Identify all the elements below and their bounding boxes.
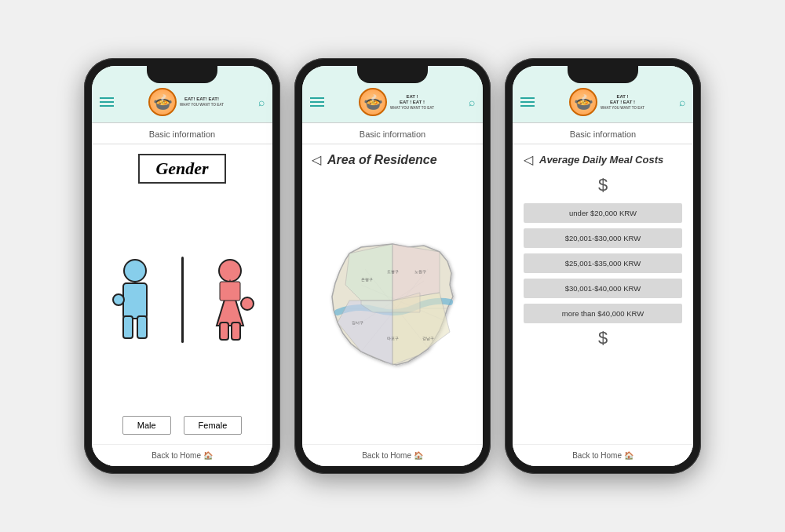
notch-area xyxy=(357,66,428,83)
back-to-home-costs[interactable]: Back to Home 🏠 xyxy=(513,444,693,466)
logo-bowl-icon: 🍲 xyxy=(153,93,173,111)
svg-rect-3 xyxy=(123,316,133,338)
phone-costs: 🍲 EAT !EAT ! EAT ! WHAT YOU WANT TO EAT … xyxy=(505,58,701,474)
header-logo-costs: 🍲 EAT !EAT ! EAT ! WHAT YOU WANT TO EAT xyxy=(569,88,644,116)
menu-icon-area[interactable] xyxy=(310,97,324,107)
cost-option-4[interactable]: $30,001-$40,000 KRW xyxy=(524,279,682,298)
logo-bowl-icon-area: 🍲 xyxy=(363,93,383,111)
page-title-gender: Basic information xyxy=(92,123,272,144)
cost-option-2[interactable]: $20,001-$30,000 KRW xyxy=(524,228,682,248)
cost-option-1[interactable]: under $20,000 KRW xyxy=(524,203,682,223)
svg-rect-9 xyxy=(220,322,228,340)
menu-icon-gender[interactable] xyxy=(100,97,114,107)
logo-text: EAT! EAT! EAT! WHAT YOU WANT TO EAT xyxy=(180,97,224,107)
female-figure xyxy=(203,257,257,343)
svg-text:노원구: 노원구 xyxy=(414,269,426,274)
logo-bowl-icon-costs: 🍲 xyxy=(574,93,593,111)
back-to-home-area[interactable]: Back to Home 🏠 xyxy=(302,444,483,466)
phone-area: 🍲 EAT !EAT ! EAT ! WHAT YOU WANT TO EAT … xyxy=(294,58,491,474)
svg-point-5 xyxy=(219,260,241,282)
svg-text:강서구: 강서구 xyxy=(352,320,363,325)
svg-point-0 xyxy=(124,260,146,282)
svg-text:마포구: 마포구 xyxy=(387,336,399,341)
back-arrow-area[interactable]: ◁ xyxy=(312,152,321,167)
seoul-map[interactable]: 은평구 도봉구 노원구 강서구 마포구 강남구 xyxy=(318,238,467,379)
logo-circle-area: 🍲 xyxy=(359,88,387,116)
costs-section-header: ◁ Average Daily Meal Costs xyxy=(524,144,682,170)
svg-text:은평구: 은평구 xyxy=(361,277,373,282)
svg-point-2 xyxy=(113,294,124,305)
male-figure-svg xyxy=(108,257,162,343)
gender-title: Gender xyxy=(138,154,225,184)
svg-rect-7 xyxy=(220,282,240,301)
svg-marker-18 xyxy=(345,244,392,301)
phone-gender: 🍲 EAT! EAT! EAT! WHAT YOU WANT TO EAT ⌕ … xyxy=(84,58,280,474)
header-logo-gender: 🍲 EAT! EAT! EAT! WHAT YOU WANT TO EAT xyxy=(148,88,224,116)
male-figure xyxy=(108,257,162,343)
cost-option-5[interactable]: more than $40,000 KRW xyxy=(524,304,682,323)
gender-buttons: Male Female xyxy=(122,416,243,435)
area-section-title: Area of Residence xyxy=(327,153,437,167)
menu-icon-costs[interactable] xyxy=(520,97,535,107)
svg-rect-1 xyxy=(123,283,147,319)
screen-content-costs: ◁ Average Daily Meal Costs $ under $20,0… xyxy=(513,144,693,444)
cost-options: under $20,000 KRW $20,001-$30,000 KRW $2… xyxy=(524,203,682,323)
area-section-header: ◁ Area of Residence xyxy=(312,144,473,172)
dollar-sign-bottom: $ xyxy=(524,328,682,348)
logo-text-area: EAT !EAT ! EAT ! WHAT YOU WANT TO EAT xyxy=(390,94,434,111)
costs-section-title: Average Daily Meal Costs xyxy=(539,154,663,166)
svg-rect-4 xyxy=(137,316,147,338)
dollar-sign-top: $ xyxy=(524,175,682,195)
page-title-area: Basic information xyxy=(302,123,483,144)
svg-rect-10 xyxy=(232,322,240,340)
gender-icons xyxy=(108,196,257,403)
logo-circle-costs: 🍲 xyxy=(569,88,597,116)
phone-screen-area: 🍲 EAT !EAT ! EAT ! WHAT YOU WANT TO EAT … xyxy=(302,66,483,466)
notch-costs xyxy=(568,66,638,83)
screen-content-gender: Gender xyxy=(92,144,272,444)
male-button[interactable]: Male xyxy=(122,416,171,435)
cost-option-3[interactable]: $25,001-$35,000 KRW xyxy=(524,253,682,273)
header-logo-area: 🍲 EAT !EAT ! EAT ! WHAT YOU WANT TO EAT xyxy=(359,88,434,116)
back-to-home-gender[interactable]: Back to Home 🏠 xyxy=(92,444,272,466)
logo-text-costs: EAT !EAT ! EAT ! WHAT YOU WANT TO EAT xyxy=(601,94,644,111)
notch-gender xyxy=(147,66,217,83)
phone-screen-gender: 🍲 EAT! EAT! EAT! WHAT YOU WANT TO EAT ⌕ … xyxy=(92,66,272,466)
search-icon-gender[interactable]: ⌕ xyxy=(258,96,265,108)
svg-text:도봉구: 도봉구 xyxy=(387,269,399,274)
search-icon-area[interactable]: ⌕ xyxy=(469,96,475,108)
back-arrow-costs[interactable]: ◁ xyxy=(524,152,533,167)
screen-content-area: ◁ Area of Residence xyxy=(302,144,483,444)
gender-divider xyxy=(181,257,184,343)
phone-screen-costs: 🍲 EAT !EAT ! EAT ! WHAT YOU WANT TO EAT … xyxy=(513,66,693,466)
female-figure-svg xyxy=(203,257,257,343)
page-title-costs: Basic information xyxy=(513,123,693,144)
map-container: 은평구 도봉구 노원구 강서구 마포구 강남구 xyxy=(312,172,473,444)
phones-container: 🍲 EAT! EAT! EAT! WHAT YOU WANT TO EAT ⌕ … xyxy=(68,42,717,490)
svg-point-8 xyxy=(241,297,254,310)
search-icon-costs[interactable]: ⌕ xyxy=(679,96,685,108)
svg-text:강남구: 강남구 xyxy=(422,336,434,341)
logo-circle: 🍲 xyxy=(148,88,177,116)
female-button[interactable]: Female xyxy=(184,416,243,435)
